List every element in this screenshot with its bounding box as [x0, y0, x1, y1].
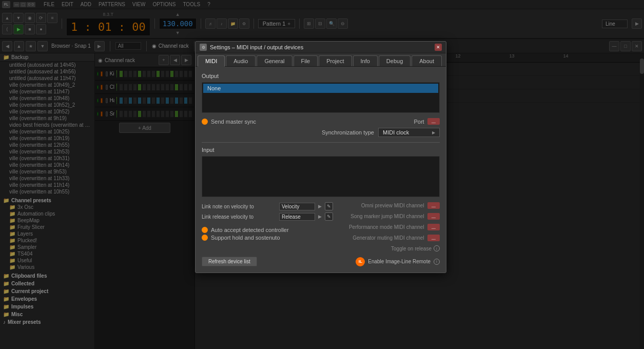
refresh-device-list-btn[interactable]: Refresh device list — [202, 257, 257, 266]
link-release-velocity-row: Link release velocity to Release ▶ ✎ — [202, 212, 333, 221]
link-note-label: Link note on velocity to — [202, 204, 276, 209]
tab-project[interactable]: Project — [319, 55, 352, 66]
toggle-on-release-row: Toggle on release i — [341, 245, 440, 251]
tab-audio[interactable]: Audio — [226, 55, 256, 66]
radio-support-hold[interactable] — [202, 235, 208, 241]
support-hold-row: Support hold and sostenuto — [202, 235, 333, 241]
radio-auto-accept[interactable] — [202, 227, 208, 233]
il-info-icon: i — [434, 259, 440, 265]
auto-accept-row: Auto accept detected controller — [202, 227, 333, 233]
radio-send-master-sync[interactable] — [202, 119, 208, 125]
tab-midi[interactable]: MIDI — [198, 55, 225, 67]
performance-mode-btn[interactable]: ... — [427, 224, 440, 230]
dialog-tabs: MIDI Audio General File Project Info Deb… — [196, 53, 446, 67]
toggle-info-icon: i — [434, 245, 440, 251]
section-divider — [202, 142, 440, 143]
song-marker-label: Song marker jump MIDI channel — [350, 214, 424, 219]
output-device-list[interactable]: None — [202, 82, 440, 113]
link-note-value: Velocity — [282, 204, 299, 209]
dialog-titlebar: ⚙ Settings – MIDI input / output devices… — [196, 42, 446, 53]
generator-muting-label: Generator muting MIDI channel — [353, 235, 424, 241]
generator-muting-btn[interactable]: ... — [427, 235, 440, 241]
toggle-on-release-label: Toggle on release — [391, 246, 432, 251]
bottom-section: Link note on velocity to Velocity ▶ ✎ Li… — [202, 202, 440, 251]
link-note-velocity-row: Link note on velocity to Velocity ▶ ✎ — [202, 202, 333, 210]
performance-mode-row: Performance mode MIDI channel ... — [341, 224, 440, 230]
image-line-remote-row: IL Enable Image-Line Remote i — [356, 257, 440, 266]
omni-preview-label: Omni preview MIDI channel — [361, 203, 424, 208]
release-chevron: ▶ — [318, 214, 322, 219]
port-label: Port — [414, 119, 424, 125]
link-release-value: Release — [282, 214, 301, 220]
il-remote-label: Enable Image-Line Remote — [368, 259, 431, 264]
sync-type-dropdown[interactable]: MIDI clock ▶ — [378, 128, 440, 137]
sync-type-row: Synchronization type MIDI clock ▶ — [202, 128, 440, 137]
output-section-label: Output — [202, 73, 440, 79]
generator-muting-row: Generator muting MIDI channel ... — [341, 235, 440, 241]
il-logo-icon: IL — [356, 257, 365, 266]
port-btn[interactable]: ... — [427, 118, 440, 125]
settings-dialog: ⚙ Settings – MIDI input / output devices… — [195, 41, 446, 273]
link-release-label: Link release velocity to — [202, 214, 276, 220]
dialog-title-text: Settings – MIDI input / output devices — [210, 44, 303, 50]
send-sync-left: Send master sync — [202, 119, 256, 125]
link-note-edit-btn[interactable]: ✎ — [325, 202, 333, 210]
song-marker-row: Song marker jump MIDI channel ... — [341, 213, 440, 220]
sync-row: Send master sync Port ... — [202, 118, 440, 125]
auto-accept-label: Auto accept detected controller — [211, 227, 289, 233]
output-selected-item[interactable]: None — [203, 84, 438, 93]
input-device-list[interactable] — [202, 156, 440, 197]
tab-info[interactable]: Info — [353, 55, 378, 66]
spacer — [202, 223, 333, 227]
input-section-label: Input — [202, 147, 440, 153]
link-release-select[interactable]: Release — [279, 213, 315, 221]
port-section: Port ... — [414, 118, 440, 125]
dialog-bottom-row: Refresh device list IL Enable Image-Line… — [202, 257, 440, 266]
right-column: Omni preview MIDI channel ... Song marke… — [341, 202, 440, 251]
tab-general[interactable]: General — [257, 55, 292, 66]
support-hold-label: Support hold and sostenuto — [211, 235, 280, 241]
sync-type-chevron: ▶ — [432, 130, 435, 135]
tab-file[interactable]: File — [294, 55, 318, 66]
dialog-title-section: ⚙ Settings – MIDI input / output devices — [200, 44, 303, 51]
tab-debug[interactable]: Debug — [379, 55, 411, 66]
sync-type-label: Synchronization type — [322, 129, 374, 135]
song-marker-btn[interactable]: ... — [427, 213, 440, 220]
omni-preview-btn[interactable]: ... — [427, 202, 440, 209]
tab-about[interactable]: About — [412, 55, 442, 66]
note-chevron: ▶ — [318, 204, 322, 209]
sync-type-value: MIDI clock — [383, 129, 409, 135]
dialog-midi-content: Output None Send master sync Port ... Sy… — [196, 67, 446, 273]
performance-mode-label: Performance mode MIDI channel — [349, 224, 424, 230]
dialog-close-btn[interactable]: ✕ — [435, 44, 442, 51]
link-note-select[interactable]: Velocity — [279, 203, 315, 210]
dialog-settings-icon: ⚙ — [200, 44, 207, 51]
left-column: Link note on velocity to Velocity ▶ ✎ Li… — [202, 202, 333, 251]
link-release-edit-btn[interactable]: ✎ — [325, 212, 333, 221]
send-sync-label: Send master sync — [211, 119, 256, 125]
omni-preview-row: Omni preview MIDI channel ... — [341, 202, 440, 209]
